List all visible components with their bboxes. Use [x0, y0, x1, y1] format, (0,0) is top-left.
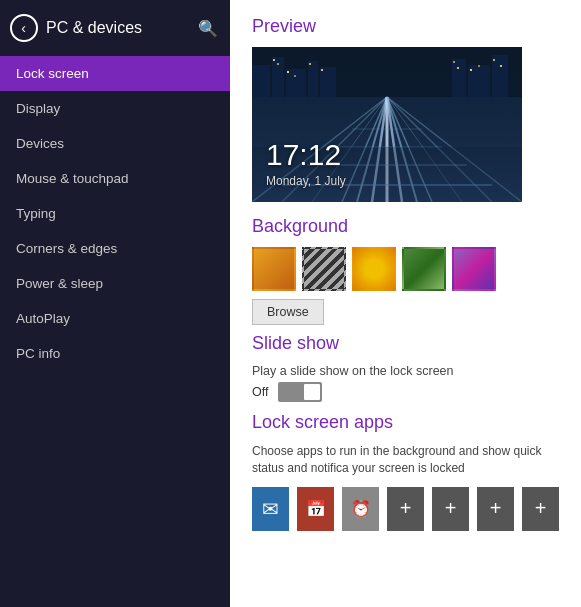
app-icon-plus-3[interactable]: + [477, 487, 514, 531]
preview-date: Monday, 1 July [266, 174, 346, 188]
slideshow-toggle-label: Off [252, 385, 268, 399]
lock-screen-apps-title: Lock screen apps [252, 412, 559, 433]
sidebar-item-autoplay[interactable]: AutoPlay [0, 301, 230, 336]
background-thumb-green[interactable] [402, 247, 446, 291]
app-icon-plus-2[interactable]: + [432, 487, 469, 531]
sidebar-title: PC & devices [46, 19, 142, 37]
app-icon-calendar[interactable]: 📅 [297, 487, 334, 531]
svg-rect-5 [308, 61, 318, 97]
plus-symbol-4: + [535, 497, 547, 520]
svg-rect-13 [294, 75, 296, 77]
sidebar-item-lock-screen[interactable]: Lock screen [0, 56, 230, 91]
svg-rect-18 [470, 69, 472, 71]
search-icon[interactable]: 🔍 [198, 19, 218, 38]
svg-rect-6 [320, 67, 336, 97]
background-section: Background Browse [252, 216, 559, 325]
slideshow-title: Slide show [252, 333, 559, 354]
back-arrow-icon: ‹ [21, 21, 26, 35]
sidebar-item-typing[interactable]: Typing [0, 196, 230, 231]
sidebar-item-corners-edges[interactable]: Corners & edges [0, 231, 230, 266]
preview-time: 17:12 [266, 138, 341, 172]
sidebar-nav: Lock screen Display Devices Mouse & touc… [0, 56, 230, 371]
plus-symbol-2: + [445, 497, 457, 520]
sidebar-item-mouse-touchpad[interactable]: Mouse & touchpad [0, 161, 230, 196]
calendar-symbol: 📅 [306, 499, 326, 518]
svg-rect-9 [492, 55, 508, 97]
browse-button[interactable]: Browse [252, 299, 324, 325]
background-thumb-orange[interactable] [252, 247, 296, 291]
lock-screen-apps-description: Choose apps to run in the background and… [252, 443, 559, 477]
sidebar-header: ‹ PC & devices 🔍 [0, 0, 230, 52]
sidebar-item-pc-info[interactable]: PC info [0, 336, 230, 371]
svg-rect-2 [252, 65, 270, 97]
background-title: Background [252, 216, 559, 237]
svg-rect-17 [457, 67, 459, 69]
app-icons-row: ✉ 📅 ⏰ + + + + [252, 487, 559, 531]
lock-screen-apps-section: Lock screen apps Choose apps to run in t… [252, 412, 559, 531]
preview-box: 17:12 Monday, 1 July [252, 47, 522, 202]
svg-rect-12 [287, 71, 289, 73]
svg-rect-21 [500, 65, 502, 67]
toggle-knob [304, 384, 320, 400]
main-content: Preview [230, 0, 581, 607]
preview-section: Preview [252, 16, 559, 202]
background-thumb-purple[interactable] [452, 247, 496, 291]
svg-rect-10 [273, 59, 275, 61]
svg-rect-7 [452, 59, 466, 97]
slideshow-section: Slide show Play a slide show on the lock… [252, 333, 559, 402]
app-icon-alarm[interactable]: ⏰ [342, 487, 379, 531]
svg-rect-16 [453, 61, 455, 63]
svg-rect-19 [478, 65, 480, 67]
slideshow-description: Play a slide show on the lock screen [252, 364, 559, 378]
background-thumb-yellow[interactable] [352, 247, 396, 291]
app-icon-plus-1[interactable]: + [387, 487, 424, 531]
sidebar: ‹ PC & devices 🔍 Lock screen Display Dev… [0, 0, 230, 607]
plus-symbol-1: + [400, 497, 412, 520]
background-thumb-diagonal[interactable] [302, 247, 346, 291]
app-icon-mail[interactable]: ✉ [252, 487, 289, 531]
app-icon-plus-4[interactable]: + [522, 487, 559, 531]
sidebar-item-display[interactable]: Display [0, 91, 230, 126]
svg-rect-14 [309, 63, 311, 65]
svg-rect-15 [321, 69, 323, 71]
sidebar-item-power-sleep[interactable]: Power & sleep [0, 266, 230, 301]
plus-symbol-3: + [490, 497, 502, 520]
preview-title: Preview [252, 16, 559, 37]
svg-rect-11 [277, 63, 279, 65]
svg-rect-4 [286, 69, 306, 97]
sidebar-item-devices[interactable]: Devices [0, 126, 230, 161]
background-thumbnails [252, 247, 559, 291]
back-button[interactable]: ‹ [10, 14, 38, 42]
svg-rect-20 [493, 59, 495, 61]
slideshow-toggle-row: Off [252, 382, 559, 402]
mail-symbol: ✉ [262, 497, 279, 521]
slideshow-toggle[interactable] [278, 382, 322, 402]
alarm-symbol: ⏰ [351, 499, 371, 518]
